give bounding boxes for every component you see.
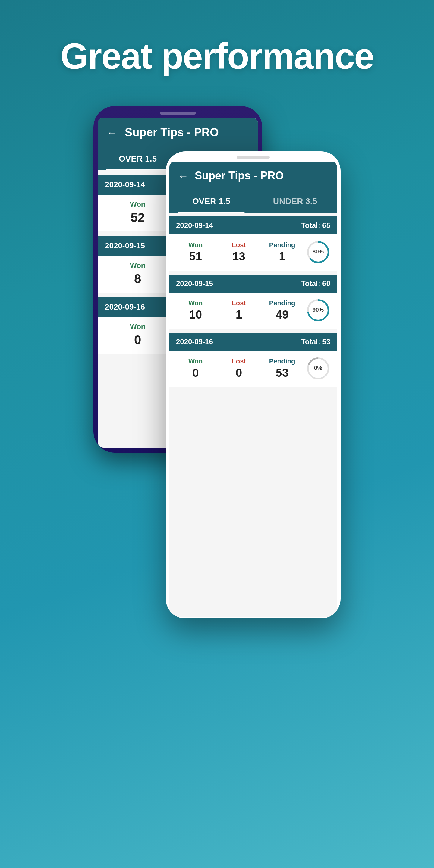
- front-lost-label-1: Lost: [219, 241, 259, 249]
- front-circle-1: 80%: [305, 239, 331, 265]
- tab-over-front[interactable]: OVER 1.5: [169, 190, 253, 213]
- front-date-1: 2020-09-14: [176, 221, 213, 230]
- front-percent-label-2: 90%: [313, 307, 324, 313]
- front-pending-value-3: 53: [262, 367, 302, 379]
- front-percent-label-3: 0%: [314, 365, 322, 371]
- front-lost-value-2: 1: [219, 308, 259, 321]
- front-won-label-2: Won: [176, 299, 216, 307]
- front-won-value-2: 10: [176, 308, 216, 321]
- page-headline: Great performance: [60, 36, 374, 76]
- front-back-arrow-icon[interactable]: ←: [178, 169, 189, 182]
- front-lost-value-3: 0: [219, 367, 259, 379]
- phones-container: ← Super Tips - PRO OVER 1.5 UNDER 3.5 20…: [93, 106, 341, 649]
- back-arrow-icon[interactable]: ←: [107, 126, 118, 139]
- phone-front-header: ← Super Tips - PRO: [169, 161, 337, 190]
- front-date-section-1: 2020-09-14 Total: 65: [169, 216, 337, 235]
- front-pending-label-3: Pending: [262, 358, 302, 365]
- front-date-section-2: 2020-09-15 Total: 60: [169, 275, 337, 293]
- back-won-value-2: 8: [101, 272, 175, 286]
- back-date-2: 2020-09-15: [105, 241, 145, 250]
- front-won-group-3: Won 0: [176, 358, 216, 379]
- front-lost-group-1: Lost 13: [219, 241, 259, 263]
- phone-front-tabs: OVER 1.5 UNDER 3.5: [169, 190, 337, 213]
- front-total-2: Total: 60: [301, 279, 330, 288]
- front-total-1: Total: 65: [301, 221, 330, 230]
- front-stats-card-3: Won 0 Lost 0 Pending 53 0%: [169, 351, 337, 387]
- front-pending-group-1: Pending 1: [262, 241, 302, 263]
- front-pending-group-2: Pending 49: [262, 299, 302, 321]
- phone-back-title: Super Tips - PRO: [125, 126, 219, 139]
- back-date-1: 2020-09-14: [105, 180, 145, 189]
- front-lost-label-2: Lost: [219, 299, 259, 307]
- back-date-3: 2020-09-16: [105, 302, 145, 312]
- back-won-label-3: Won: [101, 322, 175, 331]
- phone-front-notch: [237, 156, 270, 158]
- front-lost-group-2: Lost 1: [219, 299, 259, 321]
- front-date-3: 2020-09-16: [176, 338, 213, 346]
- front-won-value-3: 0: [176, 367, 216, 379]
- front-stats-card-2: Won 10 Lost 1 Pending 49 90%: [169, 293, 337, 329]
- front-stats-card-1: Won 51 Lost 13 Pending 1 80%: [169, 235, 337, 271]
- front-percent-label-1: 80%: [313, 248, 324, 255]
- phone-front-screen: ← Super Tips - PRO OVER 1.5 UNDER 3.5 20…: [169, 161, 337, 617]
- front-lost-group-3: Lost 0: [219, 358, 259, 379]
- front-total-3: Total: 53: [301, 338, 330, 346]
- front-won-label-1: Won: [176, 241, 216, 249]
- phone-back-header: ← Super Tips - PRO: [98, 118, 258, 147]
- phone-front-title: Super Tips - PRO: [195, 169, 284, 182]
- front-pending-group-3: Pending 53: [262, 358, 302, 379]
- phone-front: ← Super Tips - PRO OVER 1.5 UNDER 3.5 20…: [166, 151, 341, 618]
- front-pending-value-1: 1: [262, 250, 302, 263]
- front-won-value-1: 51: [176, 250, 216, 263]
- front-lost-value-1: 13: [219, 250, 259, 263]
- back-won-value-1: 52: [101, 210, 175, 225]
- front-won-group-2: Won 10: [176, 299, 216, 321]
- front-lost-label-3: Lost: [219, 358, 259, 365]
- tab-over-back[interactable]: OVER 1.5: [98, 147, 178, 170]
- front-won-group-1: Won 51: [176, 241, 216, 263]
- back-won-label-2: Won: [101, 261, 175, 270]
- front-pending-value-2: 49: [262, 308, 302, 321]
- front-date-2: 2020-09-15: [176, 279, 213, 288]
- front-won-label-3: Won: [176, 358, 216, 365]
- front-pending-label-1: Pending: [262, 241, 302, 249]
- front-circle-3: 0%: [305, 355, 331, 381]
- back-won-value-3: 0: [101, 333, 175, 347]
- front-date-section-3: 2020-09-16 Total: 53: [169, 333, 337, 351]
- phone-back-notch: [160, 112, 196, 115]
- front-circle-2: 90%: [305, 298, 331, 323]
- tab-under-front[interactable]: UNDER 3.5: [253, 190, 337, 213]
- front-pending-label-2: Pending: [262, 299, 302, 307]
- back-won-label-1: Won: [101, 200, 175, 209]
